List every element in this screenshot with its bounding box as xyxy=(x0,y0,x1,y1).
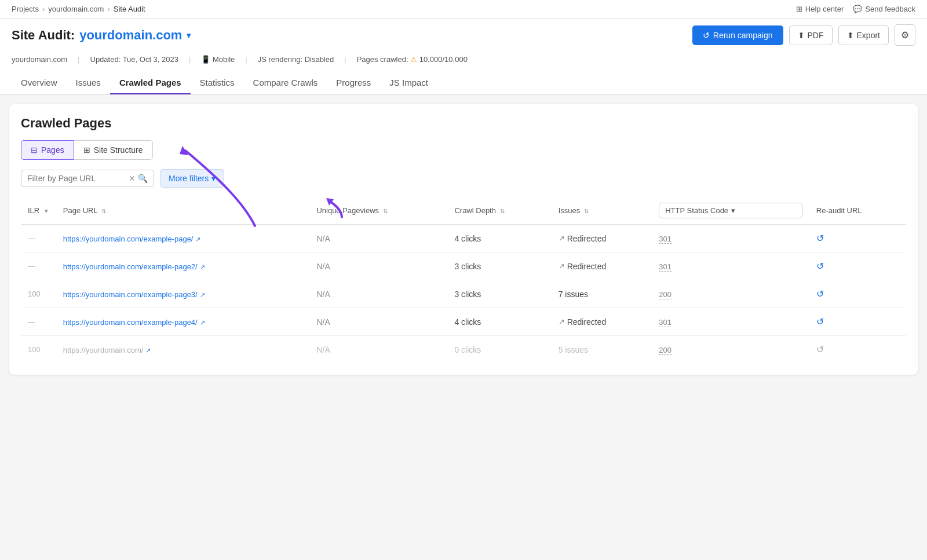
cell-issues: ↗Redirected xyxy=(552,252,652,280)
cell-crawl-depth: 3 clicks xyxy=(447,280,551,308)
view-tab-buttons: ⊟ Pages ⊞ Site Structure xyxy=(21,140,906,160)
cell-status-code: 200 xyxy=(652,336,809,364)
external-link-icon[interactable]: ↗ xyxy=(200,319,205,326)
cell-issues: 7 issues xyxy=(552,280,652,308)
cell-url: https://yourdomain.com/example-page4/↗ xyxy=(56,308,310,336)
cell-status-code: 301 xyxy=(652,308,809,336)
crawled-pages-table: ILR ▼ Page URL ⇅ Unique Pageviews ⇅ Craw… xyxy=(21,197,906,363)
cell-pageviews: N/A xyxy=(309,225,447,252)
pdf-button[interactable]: ⬆ PDF xyxy=(789,25,833,45)
cell-status-code: 301 xyxy=(652,225,809,252)
table-body: —https://yourdomain.com/example-page/↗N/… xyxy=(21,225,906,364)
site-audit-title: Site Audit: yourdomain.com ▾ xyxy=(12,28,191,43)
cell-crawl-depth: 4 clicks xyxy=(447,225,551,252)
rerun-icon: ↺ xyxy=(703,31,710,40)
col-pageviews[interactable]: Unique Pageviews ⇅ xyxy=(309,197,447,225)
page-url-link[interactable]: https://yourdomain.com/example-page3/ xyxy=(63,290,198,299)
table-wrap: ILR ▼ Page URL ⇅ Unique Pageviews ⇅ Craw… xyxy=(21,197,906,363)
page-heading: Crawled Pages xyxy=(21,116,906,131)
send-feedback-link[interactable]: 💬 Send feedback xyxy=(853,5,915,13)
cell-pageviews: N/A xyxy=(309,308,447,336)
more-filters-button[interactable]: More filters ▾ xyxy=(160,169,224,188)
tab-compare-crawls[interactable]: Compare Crawls xyxy=(244,72,327,94)
warning-icon: ⚠ xyxy=(410,55,417,64)
breadcrumb-domain[interactable]: yourdomain.com xyxy=(48,5,104,13)
rerun-campaign-button[interactable]: ↺ Rerun campaign xyxy=(692,25,783,45)
top-bar: Projects › yourdomain.com › Site Audit ⊞… xyxy=(0,0,927,19)
external-link-icon[interactable]: ↗ xyxy=(200,291,205,298)
cell-url: https://yourdomain.com/↗ xyxy=(56,336,310,364)
tab-issues[interactable]: Issues xyxy=(67,72,110,94)
meta-updated: Updated: Tue, Oct 3, 2023 xyxy=(90,55,179,64)
meta-info: yourdomain.com | Updated: Tue, Oct 3, 20… xyxy=(12,52,915,69)
http-status-dropdown[interactable]: HTTP Status Code ▾ xyxy=(659,203,802,218)
cell-ilr: — xyxy=(21,308,56,336)
col-page-url[interactable]: Page URL ⇅ xyxy=(56,197,310,225)
status-code-value[interactable]: 301 xyxy=(659,318,671,327)
page-url-link[interactable]: https://yourdomain.com/example-page2/ xyxy=(63,262,198,271)
reaudit-url-button[interactable]: ↺ xyxy=(816,289,824,299)
cell-issues: ↗Redirected xyxy=(552,308,652,336)
tab-overview[interactable]: Overview xyxy=(12,72,67,94)
cell-pageviews: N/A xyxy=(309,252,447,280)
tab-statistics[interactable]: Statistics xyxy=(191,72,244,94)
col-http-status[interactable]: HTTP Status Code ▾ xyxy=(652,197,809,225)
tab-crawled-pages[interactable]: Crawled Pages xyxy=(110,72,191,94)
filter-input-wrap: ✕ 🔍 xyxy=(21,170,154,187)
breadcrumb-current: Site Audit xyxy=(114,5,145,13)
site-audit-prefix: Site Audit: xyxy=(12,28,75,43)
issues-sort-icon: ⇅ xyxy=(584,208,589,214)
page-url-link[interactable]: https://yourdomain.com/example-page/ xyxy=(63,235,194,243)
help-center-link[interactable]: ⊞ Help center xyxy=(796,5,844,13)
cell-status-code: 301 xyxy=(652,252,809,280)
nav-tabs: Overview Issues Crawled Pages Statistics… xyxy=(12,72,915,94)
col-ilr[interactable]: ILR ▼ xyxy=(21,197,56,225)
col-crawl-depth[interactable]: Crawl Depth ⇅ xyxy=(447,197,551,225)
cell-url: https://yourdomain.com/example-page2/↗ xyxy=(56,252,310,280)
header: Site Audit: yourdomain.com ▾ ↺ Rerun cam… xyxy=(0,19,927,95)
page-url-link[interactable]: https://yourdomain.com/ xyxy=(63,346,144,354)
meta-pages-crawled: Pages crawled: ⚠ 10,000/10,000 xyxy=(357,55,468,64)
reaudit-url-button[interactable]: ↺ xyxy=(816,317,824,327)
issue-label: Redirected xyxy=(567,317,607,327)
header-buttons: ↺ Rerun campaign ⬆ PDF ⬆ Export ⚙ xyxy=(692,24,915,46)
help-icon: ⊞ xyxy=(796,5,802,13)
domain-chevron-icon[interactable]: ▾ xyxy=(187,31,191,40)
export-button[interactable]: ⬆ Export xyxy=(838,25,889,45)
domain-name[interactable]: yourdomain.com xyxy=(79,28,182,43)
ilr-sort-icon: ▼ xyxy=(43,208,49,214)
table-row: 100https://yourdomain.com/↗N/A0 clicks5 … xyxy=(21,336,906,364)
filter-url-input[interactable] xyxy=(27,174,129,183)
site-structure-tab-button[interactable]: ⊞ Site Structure xyxy=(74,140,153,160)
cell-crawl-depth: 3 clicks xyxy=(447,252,551,280)
issue-label: Redirected xyxy=(567,262,607,271)
col-issues[interactable]: Issues ⇅ xyxy=(552,197,652,225)
upload-icon: ⬆ xyxy=(798,31,805,40)
header-top: Site Audit: yourdomain.com ▾ ↺ Rerun cam… xyxy=(12,24,915,46)
meta-mobile: 📱 Mobile xyxy=(201,55,235,64)
pages-tab-button[interactable]: ⊟ Pages xyxy=(21,140,74,160)
cell-crawl-depth: 4 clicks xyxy=(447,308,551,336)
page-url-link[interactable]: https://yourdomain.com/example-page4/ xyxy=(63,318,198,327)
clear-filter-icon[interactable]: ✕ xyxy=(129,174,136,183)
status-code-value[interactable]: 301 xyxy=(659,235,671,244)
reaudit-url-button[interactable]: ↺ xyxy=(816,261,824,271)
external-link-icon[interactable]: ↗ xyxy=(200,263,205,270)
tab-js-impact[interactable]: JS Impact xyxy=(380,72,437,94)
reaudit-url-button[interactable]: ↺ xyxy=(816,233,824,243)
reaudit-url-button[interactable]: ↺ xyxy=(816,345,824,354)
status-code-value[interactable]: 301 xyxy=(659,262,671,272)
table-row: —https://yourdomain.com/example-page4/↗N… xyxy=(21,308,906,336)
cell-reaudit: ↺ xyxy=(809,308,906,336)
tab-progress[interactable]: Progress xyxy=(327,72,380,94)
status-code-value[interactable]: 200 xyxy=(659,290,671,299)
gear-icon: ⚙ xyxy=(901,30,909,40)
search-icon[interactable]: 🔍 xyxy=(138,174,148,183)
settings-button[interactable]: ⚙ xyxy=(895,24,915,46)
external-link-icon[interactable]: ↗ xyxy=(195,236,200,243)
external-link-icon[interactable]: ↗ xyxy=(145,347,151,354)
breadcrumb-sep2: › xyxy=(107,5,110,13)
dropdown-chevron-icon: ▾ xyxy=(731,206,735,215)
status-code-value[interactable]: 200 xyxy=(659,346,671,355)
breadcrumb-projects[interactable]: Projects xyxy=(12,5,39,13)
